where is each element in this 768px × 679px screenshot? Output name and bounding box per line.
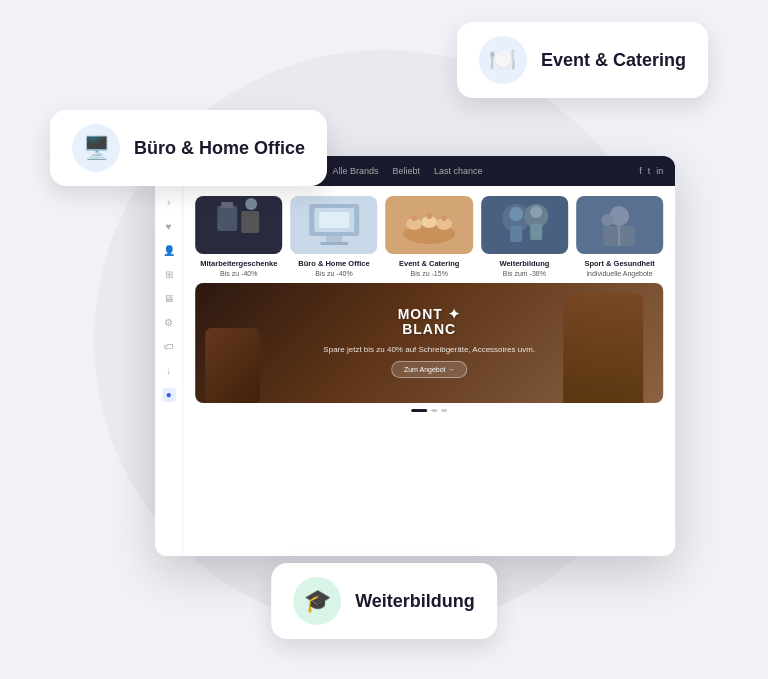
svg-point-20	[530, 206, 542, 218]
svg-rect-2	[241, 211, 259, 233]
weiterbildung-label: Weiterbildung	[355, 591, 475, 612]
category-card-event[interactable]: Event & Catering Bis zu -15%	[386, 196, 473, 277]
svg-point-14	[426, 213, 432, 219]
nav-social-icons: f t in	[639, 166, 663, 176]
nav-last-chance[interactable]: Last chance	[434, 166, 483, 176]
sidebar: › ♥ 👤 ⊞ 🖥 ⚙ 🏷 ↓ ●	[155, 156, 183, 556]
banner-brand-name: MONT ✦BLANC	[398, 307, 461, 338]
svg-rect-0	[217, 206, 237, 231]
category-card-weiterbildung[interactable]: Weiterbildung Bis zum -38%	[481, 196, 568, 277]
promotional-banner: MONT ✦BLANC Spare jetzt bis zu 40% auf S…	[195, 283, 663, 403]
event-catering-label: Event & Catering	[541, 50, 686, 71]
user-icon[interactable]: 👤	[162, 244, 176, 258]
svg-rect-6	[319, 212, 349, 228]
pagination-dot-2[interactable]	[431, 409, 437, 412]
category-img-mitarbeiter	[195, 196, 282, 254]
category-img-event	[386, 196, 473, 254]
buero-icon: 🖥️	[72, 124, 120, 172]
nav-alle-brands[interactable]: Alle Brands	[333, 166, 379, 176]
banner-area: MONT ✦BLANC Spare jetzt bis zu 40% auf S…	[183, 283, 675, 556]
download-icon[interactable]: ↓	[162, 364, 176, 378]
svg-rect-21	[530, 224, 542, 240]
category-name-sport: Sport & Gesundheit	[584, 259, 654, 268]
category-img-buero	[290, 196, 377, 254]
banner-person-image	[563, 293, 643, 403]
svg-point-15	[441, 215, 447, 221]
category-name-buero: Büro & Home Office	[298, 259, 369, 268]
categories-area: Mitarbeitergeschenke Bis zu -40%	[183, 186, 675, 283]
svg-rect-8	[320, 242, 348, 245]
monitor-icon[interactable]: 🖥	[162, 292, 176, 306]
linkedin-icon: in	[656, 166, 663, 176]
browser-window: › ♥ 👤 ⊞ 🖥 ⚙ 🏷 ↓ ● ≡ Alle Kategorien Neu …	[155, 156, 675, 556]
svg-point-17	[509, 207, 523, 221]
montblanc-logo: MONT ✦BLANC	[398, 307, 461, 338]
settings-icon[interactable]: ⚙	[162, 316, 176, 330]
category-discount-weiterbildung: Bis zum -38%	[503, 270, 546, 277]
category-img-sport	[576, 196, 663, 254]
circle-icon[interactable]: ●	[162, 388, 176, 402]
svg-point-25	[602, 214, 614, 226]
category-discount-buero: Bis zu -40%	[315, 270, 352, 277]
banner-bag-image	[205, 328, 260, 403]
chevron-right-icon[interactable]: ›	[162, 196, 176, 210]
svg-rect-1	[221, 202, 233, 208]
twitter-icon: t	[648, 166, 651, 176]
pagination-dot-1[interactable]	[411, 409, 427, 412]
nav-beliebt[interactable]: Beliebt	[393, 166, 421, 176]
badge-weiterbildung[interactable]: 🎓 Weiterbildung	[271, 563, 497, 639]
pagination-dot-3[interactable]	[441, 409, 447, 412]
main-content: ≡ Alle Kategorien Neu Alle Brands Belieb…	[183, 156, 675, 556]
svg-point-13	[411, 215, 417, 221]
banner-pagination	[195, 409, 663, 420]
buero-label: Büro & Home Office	[134, 138, 305, 159]
categories-grid: Mitarbeitergeschenke Bis zu -40%	[195, 196, 663, 277]
banner-subtitle: Spare jetzt bis zu 40% auf Schreibgeräte…	[323, 344, 535, 355]
category-name-mitarbeiter: Mitarbeitergeschenke	[200, 259, 277, 268]
svg-rect-18	[510, 226, 522, 242]
heart-icon[interactable]: ♥	[162, 220, 176, 234]
badge-buero-home[interactable]: 🖥️ Büro & Home Office	[50, 110, 327, 186]
weiterbildung-icon: 🎓	[293, 577, 341, 625]
tag-icon[interactable]: 🏷	[162, 340, 176, 354]
category-img-weiterbildung	[481, 196, 568, 254]
event-catering-icon: 🍽️	[479, 36, 527, 84]
facebook-icon: f	[639, 166, 642, 176]
category-discount-sport: individuelle Angebote	[587, 270, 653, 277]
svg-point-3	[245, 198, 257, 210]
category-card-mitarbeiter[interactable]: Mitarbeitergeschenke Bis zu -40%	[195, 196, 282, 277]
svg-rect-7	[326, 236, 342, 242]
category-name-weiterbildung: Weiterbildung	[499, 259, 549, 268]
category-discount-event: Bis zu -15%	[411, 270, 448, 277]
category-card-sport[interactable]: Sport & Gesundheit individuelle Angebote	[576, 196, 663, 277]
category-discount-mitarbeiter: Bis zu -40%	[220, 270, 257, 277]
banner-cta-button[interactable]: Zum Angebot →	[391, 361, 468, 378]
category-card-buero[interactable]: Büro & Home Office Bis zu -40%	[290, 196, 377, 277]
grid-icon[interactable]: ⊞	[162, 268, 176, 282]
badge-event-catering[interactable]: 🍽️ Event & Catering	[457, 22, 708, 98]
category-name-event: Event & Catering	[399, 259, 459, 268]
